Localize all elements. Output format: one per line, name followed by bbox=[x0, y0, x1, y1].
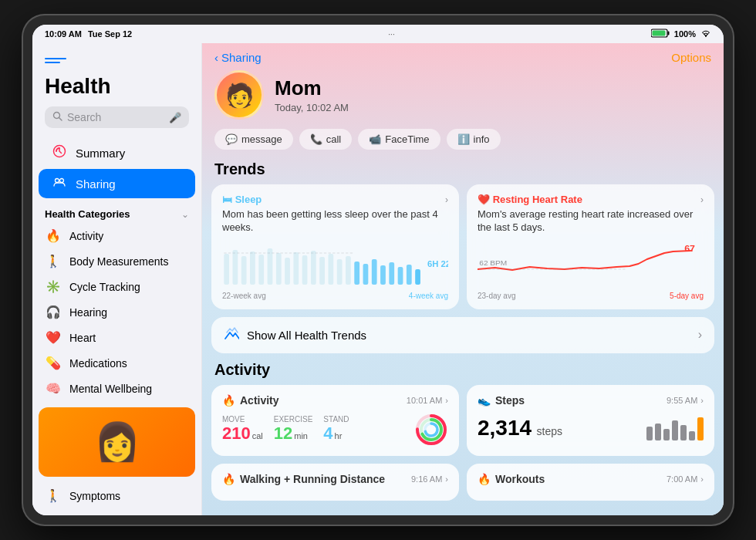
sidebar-header: Health Search 🎤 bbox=[32, 49, 201, 137]
sleep-trend-title: 🛏 Sleep bbox=[222, 194, 262, 205]
activity-grid: 🔥 Activity 10:01 AM › bbox=[211, 385, 714, 501]
medications-icon: 💊 bbox=[45, 356, 62, 370]
sharing-label: Sharing bbox=[76, 177, 116, 191]
svg-rect-17 bbox=[311, 251, 316, 285]
call-label: call bbox=[326, 133, 342, 145]
svg-rect-21 bbox=[346, 256, 351, 285]
info-label: info bbox=[474, 133, 490, 145]
svg-rect-29 bbox=[415, 269, 420, 285]
stand-label: Stand bbox=[323, 415, 349, 424]
heart-chevron-icon: › bbox=[700, 194, 704, 205]
wifi-icon bbox=[700, 29, 711, 40]
svg-rect-7 bbox=[224, 254, 229, 285]
options-button[interactable]: Options bbox=[671, 51, 711, 64]
body-icon: 🚶 bbox=[45, 254, 62, 268]
category-body[interactable]: 🚶 Body Measurements bbox=[32, 248, 201, 274]
category-mental[interactable]: 🧠 Mental Wellbeing bbox=[32, 376, 201, 401]
sidebar: Health Search 🎤 Summary bbox=[32, 43, 202, 515]
message-label: message bbox=[241, 133, 282, 145]
show-all-section: Show All Health Trends › bbox=[202, 317, 724, 353]
workouts-time: 7:00 AM bbox=[667, 474, 697, 484]
info-icon: ℹ️ bbox=[457, 133, 470, 145]
svg-rect-20 bbox=[337, 259, 343, 285]
main-layout: Health Search 🎤 Summary bbox=[32, 43, 724, 515]
search-icon bbox=[52, 111, 62, 123]
activity-section: Activity 🔥 Activity 10:01 AM bbox=[202, 361, 724, 501]
mic-icon[interactable]: 🎤 bbox=[169, 112, 181, 123]
facetime-button[interactable]: 📹 FaceTime bbox=[358, 129, 440, 150]
svg-rect-28 bbox=[407, 265, 412, 285]
svg-rect-18 bbox=[319, 257, 325, 285]
message-button[interactable]: 💬 message bbox=[214, 129, 293, 150]
sidebar-item-sharing[interactable]: Sharing bbox=[39, 169, 195, 198]
content-area: ‹ Sharing Options 🧑 Mom Today, 10:02 AM bbox=[202, 43, 724, 515]
info-button[interactable]: ℹ️ info bbox=[447, 129, 501, 150]
svg-rect-15 bbox=[293, 252, 299, 285]
profile-info: Mom Today, 10:02 AM bbox=[275, 76, 711, 113]
category-medications[interactable]: 💊 Medications bbox=[32, 350, 201, 376]
profile-photo: 👩 bbox=[39, 407, 195, 477]
sleep-chart: 6H 22M bbox=[222, 242, 448, 289]
summary-icon bbox=[51, 144, 68, 161]
symptoms-icon: 🚶 bbox=[45, 488, 62, 503]
sharing-icon bbox=[51, 175, 68, 192]
svg-rect-8 bbox=[233, 250, 238, 285]
battery-icon bbox=[651, 29, 670, 39]
call-icon: 📞 bbox=[310, 133, 322, 145]
profile-time: Today, 10:02 AM bbox=[275, 102, 711, 113]
svg-rect-11 bbox=[258, 255, 264, 285]
trends-heading: Trends bbox=[211, 160, 714, 178]
trends-section: Trends 🛏 Sleep › Mom has been getting le… bbox=[202, 160, 724, 309]
body-label: Body Measurements bbox=[69, 255, 168, 268]
category-hearing[interactable]: 🎧 Hearing bbox=[32, 299, 201, 325]
avatar: 🧑 bbox=[214, 70, 264, 120]
show-all-trends-card[interactable]: Show All Health Trends › bbox=[211, 317, 714, 353]
sidebar-toggle-button[interactable] bbox=[45, 52, 66, 68]
heart-icon: ❤️ bbox=[45, 330, 62, 345]
sleep-chevron-icon: › bbox=[445, 194, 448, 205]
category-cycle[interactable]: ✳️ Cycle Tracking bbox=[32, 274, 201, 299]
sleep-trend-desc: Mom has been getting less sleep over the… bbox=[222, 208, 448, 235]
steps-card[interactable]: 👟 Steps 9:55 AM › 2,314 bbox=[467, 385, 714, 456]
call-button[interactable]: 📞 call bbox=[299, 129, 353, 150]
svg-rect-22 bbox=[354, 262, 359, 285]
svg-rect-25 bbox=[380, 265, 386, 285]
back-button[interactable]: ‹ Sharing bbox=[214, 51, 262, 64]
profile-photo-area[interactable]: 👩 bbox=[39, 407, 195, 477]
heart-chart: 62 BPM 67 bbox=[478, 242, 704, 289]
workouts-icon: 🔥 bbox=[478, 473, 491, 485]
contact-actions: 💬 message 📞 call 📹 FaceTime ℹ️ info bbox=[202, 129, 724, 160]
content-header: ‹ Sharing Options bbox=[202, 43, 724, 70]
categories-section-title: Health Categories bbox=[45, 208, 130, 220]
category-heart[interactable]: ❤️ Heart bbox=[32, 325, 201, 350]
steps-card-icon: 👟 bbox=[478, 394, 491, 407]
category-activity[interactable]: 🔥 Activity bbox=[32, 223, 201, 248]
activity-ring-card[interactable]: 🔥 Activity 10:01 AM › bbox=[211, 385, 459, 456]
sleep-trend-card[interactable]: 🛏 Sleep › Mom has been getting less slee… bbox=[211, 184, 459, 309]
hearing-label: Hearing bbox=[69, 306, 107, 319]
categories-chevron[interactable]: ⌄ bbox=[181, 209, 189, 220]
activity-ring bbox=[414, 413, 448, 447]
workouts-chevron-icon: › bbox=[700, 474, 704, 484]
heart-chart-left: 23-day avg bbox=[478, 292, 515, 300]
walking-icon: 🔥 bbox=[222, 473, 235, 485]
workouts-title: Workouts bbox=[495, 473, 545, 485]
heart-trend-card[interactable]: ❤️ Resting Heart Rate › Mom's average re… bbox=[467, 184, 714, 309]
search-bar[interactable]: Search 🎤 bbox=[45, 106, 189, 128]
activity-card-icon: 🔥 bbox=[222, 394, 235, 407]
stand-value: 4 bbox=[323, 424, 332, 444]
sidebar-item-symptoms[interactable]: 🚶 Symptoms bbox=[32, 483, 201, 508]
workouts-card[interactable]: 🔥 Workouts 7:00 AM › bbox=[467, 464, 714, 501]
walking-card[interactable]: 🔥 Walking + Running Distance 9:16 AM › bbox=[211, 464, 459, 501]
svg-rect-26 bbox=[389, 262, 394, 285]
status-bar: 10:09 AM Tue Sep 12 ··· 100% bbox=[32, 25, 724, 43]
activity-card-title: Activity bbox=[240, 394, 279, 407]
svg-rect-16 bbox=[302, 255, 308, 285]
exercise-label: Exercise bbox=[274, 415, 313, 424]
svg-rect-2 bbox=[652, 31, 665, 36]
heart-label: Heart bbox=[69, 332, 96, 344]
search-placeholder: Search bbox=[67, 111, 164, 123]
facetime-label: FaceTime bbox=[385, 133, 429, 145]
sidebar-item-summary[interactable]: Summary bbox=[39, 138, 195, 167]
cycle-icon: ✳️ bbox=[45, 279, 62, 294]
